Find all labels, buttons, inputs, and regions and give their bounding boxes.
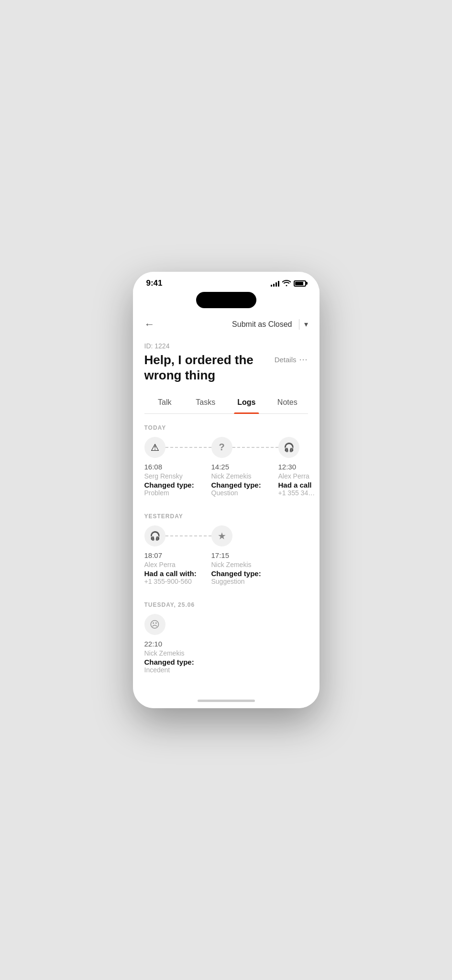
today-timeline: ⚠ 16:08 Serg Rensky Changed type: Proble… <box>133 437 320 502</box>
list-item: 🎧 12:30 Alex Perra Had a call +1 355 34… <box>278 437 320 497</box>
log-time: 18:07 <box>144 551 211 559</box>
log-user: Alex Perra <box>278 472 320 480</box>
log-action-label: Changed type: <box>144 658 211 666</box>
log-action-label: Changed type: <box>211 569 278 578</box>
details-label: Details <box>275 356 297 364</box>
log-time: 17:15 <box>211 551 278 559</box>
ticket-id: ID: 1224 <box>144 342 308 350</box>
yesterday-timeline: 🎧 18:07 Alex Perra Had a call with: +1 3… <box>133 525 320 591</box>
content-area: TODAY ⚠ 16:08 Serg Rensky Changed type: … <box>133 414 320 694</box>
log-user: Nick Zemekis <box>144 649 211 657</box>
log-action-label: Had a call <box>278 481 320 489</box>
today-timeline-row: ⚠ 16:08 Serg Rensky Changed type: Proble… <box>144 437 320 497</box>
toolbar: ← Submit as Closed ▾ <box>133 310 320 338</box>
home-indicator <box>133 694 320 708</box>
ticket-info: ID: 1224 Help, I ordered the wrong thing… <box>133 338 320 413</box>
status-time: 9:41 <box>146 278 163 288</box>
sad-face-icon: ☹ <box>144 614 165 635</box>
battery-icon <box>294 280 306 287</box>
warning-icon: ⚠ <box>144 437 165 458</box>
list-item: ? 14:25 Nick Zemekis Changed type: Quest… <box>211 437 278 497</box>
tab-logs[interactable]: Logs <box>226 392 267 413</box>
list-item: ★ 17:15 Nick Zemekis Changed type: Sugge… <box>211 525 278 585</box>
question-icon: ? <box>211 437 232 458</box>
submit-closed-button[interactable]: Submit as Closed <box>228 317 296 332</box>
log-action-value: +1 355 34… <box>278 489 320 497</box>
log-time: 14:25 <box>211 463 278 471</box>
tab-notes[interactable]: Notes <box>267 392 308 413</box>
home-bar <box>198 700 255 702</box>
back-button[interactable]: ← <box>143 317 157 332</box>
log-time: 12:30 <box>278 463 320 471</box>
log-action-label: Had a call with: <box>144 569 211 578</box>
tuesday-timeline-row: ☹ 22:10 Nick Zemekis Changed type: Inced… <box>144 614 320 674</box>
status-icons <box>271 279 306 288</box>
log-user: Nick Zemekis <box>211 561 278 568</box>
status-bar: 9:41 <box>133 272 320 292</box>
dynamic-island <box>196 292 256 308</box>
ticket-title: Help, I ordered the wrong thing <box>144 353 259 382</box>
tabs-bar: Talk Tasks Logs Notes <box>144 392 308 414</box>
log-action-value: Suggestion <box>211 578 278 585</box>
log-action-value: Question <box>211 489 278 497</box>
ticket-details-button[interactable]: Details ··· <box>275 353 308 365</box>
tab-talk[interactable]: Talk <box>144 392 186 413</box>
signal-bars-icon <box>271 280 279 287</box>
log-action-value: Problem <box>144 489 211 497</box>
ticket-header-row: Help, I ordered the wrong thing Details … <box>144 353 308 382</box>
log-time: 22:10 <box>144 640 211 648</box>
chevron-down-icon[interactable]: ▾ <box>302 317 310 332</box>
log-action-value: Incedent <box>144 666 211 674</box>
section-today: TODAY <box>133 414 320 437</box>
section-tuesday: TUESDAY, 25.06 <box>133 591 320 614</box>
toolbar-right: Submit as Closed ▾ <box>228 317 309 332</box>
log-user: Alex Perra <box>144 561 211 568</box>
headset-icon: 🎧 <box>144 525 165 546</box>
wifi-icon <box>282 279 291 288</box>
headset-icon: 🎧 <box>278 437 299 458</box>
log-action-label: Changed type: <box>211 481 278 489</box>
toolbar-divider <box>299 319 299 330</box>
list-item: ⚠ 16:08 Serg Rensky Changed type: Proble… <box>144 437 211 497</box>
log-time: 16:08 <box>144 463 211 471</box>
back-arrow-icon: ← <box>144 319 155 330</box>
more-options-icon: ··· <box>299 355 308 365</box>
log-action-label: Changed type: <box>144 481 211 489</box>
log-user: Serg Rensky <box>144 472 211 480</box>
list-item: ☹ 22:10 Nick Zemekis Changed type: Inced… <box>144 614 211 674</box>
tuesday-timeline: ☹ 22:10 Nick Zemekis Changed type: Inced… <box>133 614 320 679</box>
log-action-value: +1 355-900-560 <box>144 578 211 585</box>
log-user: Nick Zemekis <box>211 472 278 480</box>
list-item: 🎧 18:07 Alex Perra Had a call with: +1 3… <box>144 525 211 585</box>
star-icon: ★ <box>211 525 232 546</box>
tab-tasks[interactable]: Tasks <box>185 392 226 413</box>
section-yesterday: YESTERDAY <box>133 502 320 525</box>
phone-frame: 9:41 ← S <box>133 272 320 708</box>
yesterday-timeline-row: 🎧 18:07 Alex Perra Had a call with: +1 3… <box>144 525 320 585</box>
